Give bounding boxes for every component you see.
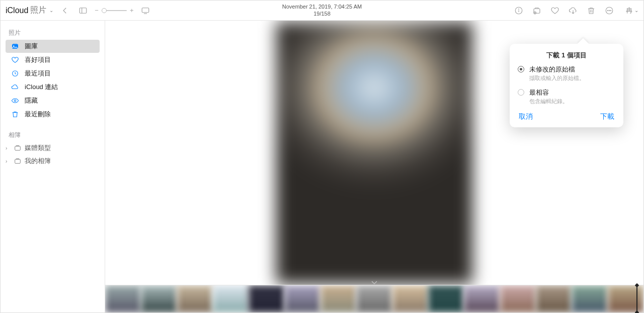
upload-icon <box>532 6 541 15</box>
zoom-slider[interactable] <box>102 10 127 11</box>
sidebar-item-favorites[interactable]: 喜好項目 <box>6 53 100 66</box>
thumbnail[interactable] <box>141 285 177 312</box>
thumbnail[interactable] <box>213 285 249 312</box>
delete-button[interactable] <box>585 4 598 17</box>
toggle-sidebar-button[interactable] <box>76 4 90 17</box>
sidebar-item-label: 媒體類型 <box>25 143 51 152</box>
sidebar-item-hidden[interactable]: 隱藏 <box>6 94 100 107</box>
svg-point-6 <box>519 9 519 9</box>
sidebar-item-label: 我的相簿 <box>25 156 51 166</box>
svg-point-14 <box>607 10 608 11</box>
svg-rect-22 <box>15 146 21 150</box>
app-window: iCloud 照片 ⌄ − + November 21, 2019, 7:04:… <box>0 0 644 313</box>
radio-icon <box>518 89 524 96</box>
zoom-out-icon[interactable]: − <box>95 7 99 14</box>
filmstrip-thumbs[interactable] <box>105 285 643 312</box>
display-icon <box>141 6 150 15</box>
add-to-album-button[interactable] <box>530 4 543 17</box>
chevron-down-icon: ⌄ <box>634 8 638 13</box>
filmstrip <box>105 285 643 312</box>
svg-rect-23 <box>15 160 21 164</box>
sidebar-item-label: 喜好項目 <box>25 55 51 64</box>
sidebar-icon <box>78 6 88 15</box>
caret-down-icon <box>371 280 377 284</box>
info-icon <box>514 6 523 15</box>
cancel-button[interactable]: 取消 <box>518 111 534 122</box>
sidebar-section-albums: 相簿 <box>4 128 102 141</box>
popover-title: 下載 1 個項目 <box>518 51 615 60</box>
sidebar-item-label: 圖庫 <box>25 42 38 51</box>
zoom-knob[interactable] <box>102 8 107 13</box>
svg-rect-0 <box>80 8 87 13</box>
sidebar-item-recently-deleted[interactable]: 最近刪除 <box>6 108 100 121</box>
sidebar-item-recents[interactable]: 最近項目 <box>6 67 100 80</box>
app-title-menu[interactable]: iCloud 照片 ⌄ <box>6 5 53 16</box>
chevron-right-icon[interactable]: › <box>6 145 11 151</box>
app-section: 照片 <box>30 5 46 16</box>
library-icon <box>11 42 20 51</box>
account-menu[interactable]: 冉 ⌄ <box>626 6 638 15</box>
slideshow-button[interactable] <box>139 4 152 17</box>
thumbnail[interactable] <box>464 285 500 312</box>
svg-rect-2 <box>142 8 149 12</box>
svg-rect-18 <box>13 44 17 44</box>
filmstrip-toggle[interactable] <box>364 279 384 285</box>
download-popover: 下載 1 個項目 未修改的原始檔 擷取或輸入的原始檔。 最相容 包含編輯紀錄。 … <box>510 44 623 127</box>
user-initial: 冉 <box>626 6 632 15</box>
option-title: 未修改的原始檔 <box>529 65 585 74</box>
download-option-compatible[interactable]: 最相容 包含編輯紀錄。 <box>518 88 615 105</box>
download-option-original[interactable]: 未修改的原始檔 擷取或輸入的原始檔。 <box>518 65 615 82</box>
toolbar-right: 冉 ⌄ <box>512 4 638 17</box>
thumbnail[interactable] <box>249 285 284 312</box>
photo-timestamp: November 21, 2019, 7:04:25 AM <box>282 4 362 10</box>
toolbar-center-info: November 21, 2019, 7:04:25 AM 19/158 <box>282 4 362 17</box>
cloud-icon <box>11 83 20 92</box>
sidebar-item-label: 最近刪除 <box>25 110 51 119</box>
app-name: iCloud <box>6 6 28 15</box>
confirm-download-button[interactable]: 下載 <box>599 111 615 122</box>
download-button[interactable] <box>567 4 580 17</box>
current-photo <box>276 22 472 284</box>
sidebar-item-library[interactable]: 圖庫 <box>6 40 100 53</box>
eye-icon <box>11 96 20 105</box>
favorite-button[interactable] <box>548 4 561 17</box>
info-button[interactable] <box>512 4 525 17</box>
zoom-control[interactable]: − + <box>95 7 133 14</box>
thumbnail[interactable] <box>428 285 464 312</box>
thumbnail[interactable] <box>392 285 428 312</box>
toolbar: iCloud 照片 ⌄ − + November 21, 2019, 7:04:… <box>1 1 643 21</box>
more-button[interactable] <box>603 4 616 17</box>
filmstrip-marker[interactable] <box>636 285 637 312</box>
sidebar-section-photos: 照片 <box>4 26 102 39</box>
thumbnail[interactable] <box>536 285 572 312</box>
thumbnail[interactable] <box>608 285 643 312</box>
heart-icon <box>11 55 20 64</box>
cloud-download-icon <box>569 6 578 15</box>
trash-icon <box>11 110 20 119</box>
thumbnail[interactable] <box>177 285 213 312</box>
chevron-down-icon: ⌄ <box>49 8 53 13</box>
thumbnail[interactable] <box>285 285 320 312</box>
svg-point-15 <box>609 10 609 11</box>
radio-icon <box>518 66 524 72</box>
photo-counter: 19/158 <box>282 11 362 17</box>
sidebar-item-label: iCloud 連結 <box>25 83 58 92</box>
chevron-left-icon <box>60 6 69 15</box>
back-button[interactable] <box>58 4 71 17</box>
thumbnail[interactable] <box>105 285 141 312</box>
thumbnail[interactable] <box>572 285 607 312</box>
thumbnail[interactable] <box>356 285 392 312</box>
thumbnail[interactable] <box>500 285 536 312</box>
option-desc: 擷取或輸入的原始檔。 <box>529 74 585 82</box>
sidebar-item-label: 最近項目 <box>25 69 51 78</box>
zoom-in-icon[interactable]: + <box>130 7 134 14</box>
option-desc: 包含編輯紀錄。 <box>529 98 568 105</box>
chevron-right-icon[interactable]: › <box>6 159 11 164</box>
folder-icon <box>14 157 22 165</box>
sidebar-album-media-types[interactable]: › 媒體類型 <box>4 141 102 154</box>
sidebar-item-icloud-links[interactable]: iCloud 連結 <box>6 81 100 94</box>
sidebar-album-my-albums[interactable]: › 我的相簿 <box>4 154 102 168</box>
thumbnail[interactable] <box>320 285 356 312</box>
svg-point-16 <box>610 10 611 11</box>
option-title: 最相容 <box>529 88 568 97</box>
